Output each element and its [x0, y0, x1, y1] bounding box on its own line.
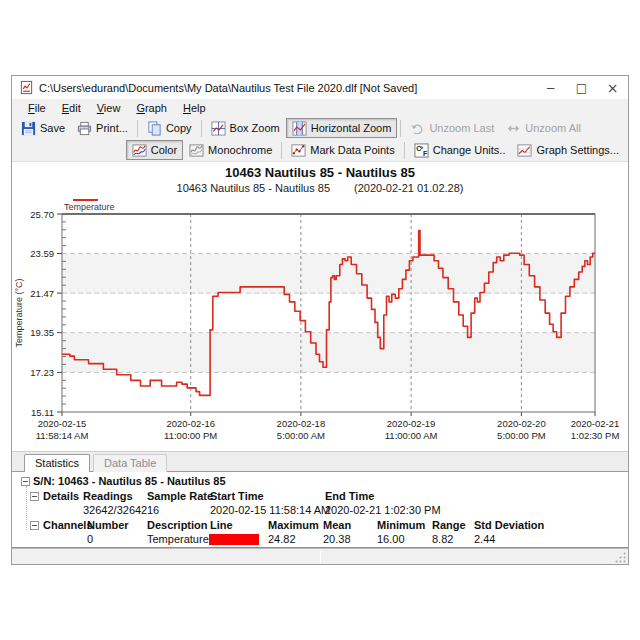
menu-help[interactable]: Help	[175, 100, 214, 116]
svg-text:2020-02-21: 2020-02-21	[571, 418, 620, 429]
details-start-time-value: 2020-02-15 11:58:14 AM	[210, 504, 330, 516]
channels-label: Channels	[43, 519, 93, 531]
status-bar-divider	[320, 551, 321, 563]
svg-text:23.59: 23.59	[30, 248, 54, 259]
mark-data-points-button[interactable]: Mark Data Points	[285, 140, 400, 160]
sn-row: S/N: 10463 - Nautilus 85 - Nautilus 85	[12, 475, 628, 489]
svg-text:2020-02-15: 2020-02-15	[38, 418, 87, 429]
temperature-chart[interactable]: 2020-02-1511:58:14 AM2020-02-1611:00:00 …	[12, 194, 628, 450]
graph-settings-label: Graph Settings...	[536, 144, 619, 156]
details-sample-rate-value: 16	[147, 504, 159, 516]
chart-subtitle-name: 10463 Nautilus 85 - Nautilus 85	[177, 182, 330, 194]
details-header-readings: Readings	[83, 490, 133, 502]
statistics-panel: S/N: 10463 - Nautilus 85 - Nautilus 85 D…	[12, 471, 628, 548]
channels-header-description: Description	[147, 519, 208, 531]
channels-header-maximum: Maximum	[268, 519, 319, 531]
channels-header-range: Range	[432, 519, 466, 531]
svg-text:21.47: 21.47	[30, 288, 54, 299]
chart-subtitle: 10463 Nautilus 85 - Nautilus 85(2020-02-…	[12, 182, 628, 194]
menu-bar: File Edit View Graph Help	[12, 99, 628, 117]
unzoom-last-icon	[410, 121, 425, 136]
details-header-sample-rate: Sample Rate	[147, 490, 213, 502]
channel-mean-value: 20.38	[323, 533, 351, 545]
svg-text:17.23: 17.23	[30, 367, 54, 378]
save-icon	[21, 121, 36, 136]
details-label: Details	[43, 490, 79, 502]
svg-text:Temperature: Temperature	[64, 202, 115, 212]
collapse-channels-icon[interactable]	[30, 521, 39, 530]
print-button[interactable]: Print...	[71, 118, 134, 138]
details-value-row: 32642/32642 16 2020-02-15 11:58:14 AM 20…	[12, 504, 628, 518]
unzoom-all-icon	[506, 121, 521, 136]
chart-subtitle-timestamp: (2020-02-21 01.02.28)	[354, 182, 463, 194]
box-zoom-label: Box Zoom	[230, 122, 280, 134]
mark-data-points-label: Mark Data Points	[310, 144, 394, 156]
channels-value-row: 0 Temperature 24.82 20.38 16.00 8.82 2.4…	[12, 533, 628, 547]
color-label: Color	[151, 144, 177, 156]
graph-settings-icon	[517, 143, 532, 158]
change-units-button[interactable]: C F Change Units..	[408, 140, 512, 160]
unzoom-last-button[interactable]: Unzoom Last	[404, 118, 500, 138]
menu-file[interactable]: File	[20, 100, 54, 116]
chart-section: 10463 Nautilus 85 - Nautilus 85 10463 Na…	[12, 162, 628, 451]
panel-tabs: Statistics Data Table	[12, 451, 628, 471]
menu-view[interactable]: View	[89, 100, 129, 116]
box-zoom-button[interactable]: Box Zoom	[205, 118, 286, 138]
details-readings-value: 32642/32642	[83, 504, 147, 516]
collapse-sn-icon[interactable]	[21, 477, 30, 486]
tab-data-table[interactable]: Data Table	[93, 454, 167, 472]
svg-text:2020-02-19: 2020-02-19	[387, 418, 436, 429]
channels-header-line: Line	[210, 519, 233, 531]
svg-text:2020-02-16: 2020-02-16	[166, 418, 215, 429]
unzoom-all-label: Unzoom All	[525, 122, 581, 134]
maximize-button[interactable]: □	[566, 76, 597, 99]
toolbar-separator	[404, 142, 405, 159]
mark-data-points-icon	[291, 143, 306, 158]
svg-text:25.70: 25.70	[30, 209, 54, 220]
details-header-row: Details Readings Sample Rate Start Time …	[12, 490, 628, 504]
channels-header-row: Channels Number Description Line Maximum…	[12, 519, 628, 533]
copy-button[interactable]: Copy	[141, 118, 198, 138]
svg-text:15.11: 15.11	[31, 407, 54, 418]
monochrome-button[interactable]: Monochrome	[183, 140, 278, 160]
color-button[interactable]: Color	[126, 140, 183, 160]
svg-text:5:00:00 AM: 5:00:00 AM	[277, 430, 325, 441]
menu-edit[interactable]: Edit	[54, 100, 89, 116]
toolbar-row-2: Color Monochrome	[12, 139, 628, 161]
svg-text:19.35: 19.35	[30, 327, 54, 338]
horizontal-zoom-button[interactable]: Horizontal Zoom	[286, 118, 398, 138]
status-bar	[12, 548, 628, 564]
channel-line-swatch	[209, 534, 259, 545]
tab-statistics[interactable]: Statistics	[24, 454, 90, 472]
svg-text:11:00:00 AM: 11:00:00 AM	[385, 430, 438, 441]
svg-text:1:02:30 PM: 1:02:30 PM	[571, 430, 620, 441]
svg-text:11:00:00 PM: 11:00:00 PM	[164, 430, 217, 441]
close-button[interactable]: ×	[597, 76, 628, 99]
chart-title: 10463 Nautilus 85 - Nautilus 85	[12, 165, 628, 180]
box-zoom-icon	[211, 121, 226, 136]
copy-icon	[147, 121, 162, 136]
unzoom-last-label: Unzoom Last	[429, 122, 494, 134]
channels-header-std-deviation: Std Deviation	[474, 519, 544, 531]
print-label: Print...	[96, 122, 128, 134]
channels-header-minimum: Minimum	[377, 519, 425, 531]
app-window: C:\Users\edurand\Documents\My Data\Nauti…	[11, 75, 629, 565]
save-button[interactable]: Save	[15, 118, 71, 138]
print-icon	[77, 121, 92, 136]
minimize-button[interactable]: −	[535, 76, 566, 99]
svg-text:2020-02-20: 2020-02-20	[497, 418, 546, 429]
svg-text:2020-02-18: 2020-02-18	[277, 418, 326, 429]
monochrome-icon	[189, 143, 204, 158]
svg-text:11:58:14 AM: 11:58:14 AM	[36, 430, 89, 441]
desktop: { "window": { "title": "C:\\Users\\edura…	[0, 0, 640, 640]
unzoom-all-button[interactable]: Unzoom All	[500, 118, 587, 138]
title-bar[interactable]: C:\Users\edurand\Documents\My Data\Nauti…	[12, 76, 628, 99]
graph-settings-button[interactable]: Graph Settings...	[511, 140, 625, 160]
resize-grip-icon[interactable]	[614, 550, 627, 563]
details-end-time-value: 2020-02-21 1:02:30 PM	[325, 504, 441, 516]
collapse-details-icon[interactable]	[30, 492, 39, 501]
menu-graph[interactable]: Graph	[128, 100, 175, 116]
channel-range-value: 8.82	[432, 533, 453, 545]
window-title: C:\Users\edurand\Documents\My Data\Nauti…	[39, 82, 535, 94]
toolbar-separator	[137, 120, 138, 137]
